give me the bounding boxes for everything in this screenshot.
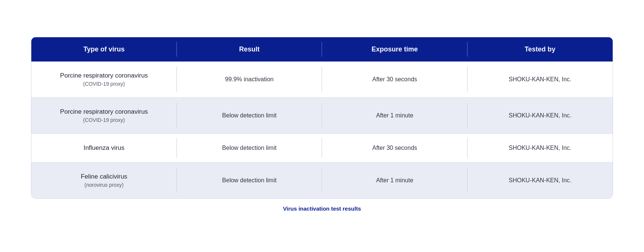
cell-tester: SHOKU-KAN-KEN, Inc. <box>468 98 613 133</box>
cell-result: Below detection limit <box>177 163 322 198</box>
cell-result: Below detection limit <box>177 134 322 162</box>
table-row: Feline calicivirus(norovirus proxy)Below… <box>31 163 613 198</box>
cell-virus-type: Influenza virus <box>31 134 177 162</box>
cell-exposure: After 30 seconds <box>322 62 468 97</box>
virus-proxy: (COVID-19 proxy) <box>83 117 125 123</box>
table-caption: Virus inactivation test results <box>31 205 613 212</box>
header-result: Result <box>177 37 322 62</box>
header-tested-by: Tested by <box>468 37 613 62</box>
cell-tester: SHOKU-KAN-KEN, Inc. <box>468 134 613 162</box>
cell-tester: SHOKU-KAN-KEN, Inc. <box>468 62 613 97</box>
virus-table: Type of virus Result Exposure time Teste… <box>31 37 613 199</box>
cell-exposure: After 30 seconds <box>322 134 468 162</box>
cell-virus-type: Feline calicivirus(norovirus proxy) <box>31 163 177 198</box>
cell-exposure: After 1 minute <box>322 98 468 133</box>
virus-name: Influenza virus <box>84 144 125 152</box>
table-row: Influenza virusBelow detection limitAfte… <box>31 134 613 163</box>
cell-tester: SHOKU-KAN-KEN, Inc. <box>468 163 613 198</box>
header-exposure: Exposure time <box>322 37 468 62</box>
cell-exposure: After 1 minute <box>322 163 468 198</box>
cell-result: Below detection limit <box>177 98 322 133</box>
cell-result: 99.9% inactivation <box>177 62 322 97</box>
table-row: Porcine respiratory coronavirus(COVID-19… <box>31 98 613 134</box>
virus-name: Porcine respiratory coronavirus <box>60 108 148 116</box>
cell-virus-type: Porcine respiratory coronavirus(COVID-19… <box>31 98 177 133</box>
header-virus-type: Type of virus <box>31 37 177 62</box>
table-body: Porcine respiratory coronavirus(COVID-19… <box>31 62 613 198</box>
virus-name: Feline calicivirus <box>81 173 127 180</box>
page-wrapper: Type of virus Result Exposure time Teste… <box>31 29 613 223</box>
cell-virus-type: Porcine respiratory coronavirus(COVID-19… <box>31 62 177 97</box>
table-header: Type of virus Result Exposure time Teste… <box>31 37 613 62</box>
virus-proxy: (COVID-19 proxy) <box>83 81 125 87</box>
virus-name: Porcine respiratory coronavirus <box>60 72 148 79</box>
table-row: Porcine respiratory coronavirus(COVID-19… <box>31 62 613 98</box>
virus-proxy: (norovirus proxy) <box>84 182 124 188</box>
